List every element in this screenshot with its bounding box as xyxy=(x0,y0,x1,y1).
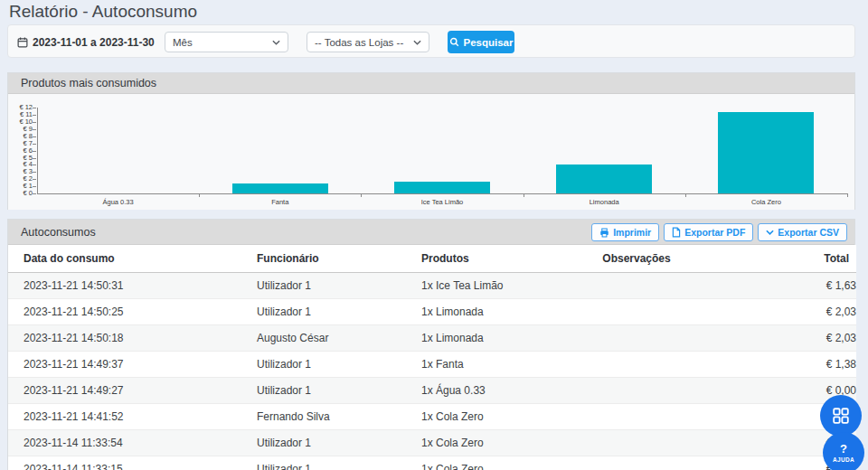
employee-cell: Utilizador 1 xyxy=(241,378,406,404)
chevron-down-icon xyxy=(272,40,280,45)
x-axis-category-label: Ice Tea Limão xyxy=(361,198,523,206)
consumptions-panel-header: Autoconsumos Imprimir Exportar PDF xyxy=(8,220,854,245)
observations-cell xyxy=(561,352,712,378)
y-axis-tick-label: € 3 xyxy=(9,168,33,175)
y-axis-tick-label: € 10 xyxy=(9,118,33,126)
y-axis-tick-label: € 9 xyxy=(9,126,33,133)
export-csv-button[interactable]: Exportar CSV xyxy=(758,223,847,241)
total-cell: € 2,03 xyxy=(712,299,856,325)
y-axis-tick xyxy=(33,136,36,137)
search-button[interactable]: Pesquisar xyxy=(448,31,514,53)
observations-cell xyxy=(561,378,712,404)
table-row[interactable]: 2023-11-21 14:50:25 Utilizador 1 1x Limo… xyxy=(8,299,856,325)
table-row[interactable]: 2023-11-21 14:41:52 Fernando Silva 1x Co… xyxy=(8,404,856,430)
bar-Fanta xyxy=(232,183,328,193)
chart-body: € 0€ 1€ 2€ 3€ 4€ 5€ 6€ 7€ 8€ 9€ 10€ 11€ … xyxy=(8,94,854,210)
print-button-label: Imprimir xyxy=(613,224,651,240)
y-axis-line xyxy=(37,108,38,193)
x-axis-tick xyxy=(524,193,524,197)
date-cell: 2023-11-21 14:50:31 xyxy=(8,273,241,299)
date-cell: 2023-11-21 14:41:52 xyxy=(8,404,241,430)
x-axis-category-label: Cola Zero xyxy=(685,198,847,206)
employee-cell: Utilizador 1 xyxy=(241,456,406,470)
observations-cell xyxy=(561,273,712,299)
col-header-products: Produtos xyxy=(406,245,561,273)
store-select-value: -- Todas as Lojas -- xyxy=(315,37,403,48)
y-axis-tick-label: € 4 xyxy=(9,161,33,168)
apps-button[interactable] xyxy=(820,395,862,437)
products-cell: 1x Ice Tea Limão xyxy=(406,273,561,299)
export-pdf-button[interactable]: Exportar PDF xyxy=(664,223,753,241)
y-axis-tick-label: € 6 xyxy=(9,147,33,155)
x-axis-tick xyxy=(685,193,686,197)
products-cell: 1x Cola Zero xyxy=(406,404,561,430)
col-header-employee: Funcionário xyxy=(241,245,406,273)
question-icon: ? xyxy=(840,443,847,455)
date-cell: 2023-11-14 11:33:15 xyxy=(8,456,241,470)
period-select-value: Mês xyxy=(173,37,193,48)
employee-cell: Augusto César xyxy=(241,325,406,352)
y-axis-tick xyxy=(33,144,36,145)
table-row[interactable]: 2023-11-21 14:50:18 Augusto César 1x Lim… xyxy=(8,325,856,352)
employee-cell: Utilizador 1 xyxy=(241,273,406,299)
y-axis-tick-label: € 12 xyxy=(9,104,33,111)
products-cell: 1x Água 0.33 xyxy=(406,378,561,404)
bar-Limonada xyxy=(556,164,652,193)
y-axis-tick xyxy=(33,108,36,108)
chart-panel-title: Produtos mais consumidos xyxy=(21,77,156,89)
products-cell: 1x Cola Zero xyxy=(406,430,561,456)
page-title: Relatório - Autoconsumo xyxy=(9,2,197,22)
observations-cell xyxy=(561,299,712,325)
table-row[interactable]: 2023-11-21 14:49:37 Utilizador 1 1x Fant… xyxy=(8,352,856,378)
period-select[interactable]: Mês xyxy=(165,32,288,52)
col-header-date: Data do consumo xyxy=(8,245,241,273)
y-axis-tick-label: € 0 xyxy=(9,190,33,197)
table-row[interactable]: 2023-11-21 14:49:27 Utilizador 1 1x Água… xyxy=(8,378,856,404)
y-axis-tick xyxy=(33,129,36,130)
date-range-label: 2023-11-01 a 2023-11-30 xyxy=(33,36,155,49)
y-axis-tick xyxy=(33,158,36,159)
table-row[interactable]: 2023-11-21 14:50:31 Utilizador 1 1x Ice … xyxy=(8,273,856,299)
chart-panel: Produtos mais consumidos € 0€ 1€ 2€ 3€ 4… xyxy=(7,72,855,210)
consumptions-panel: Autoconsumos Imprimir Exportar PDF xyxy=(7,219,855,470)
report-page: Relatório - Autoconsumo 2023-11-01 a 202… xyxy=(0,0,868,470)
y-axis-tick-label: € 11 xyxy=(9,111,33,118)
consumptions-panel-title: Autoconsumos xyxy=(21,226,96,239)
observations-cell xyxy=(561,456,712,470)
table-row[interactable]: 2023-11-14 11:33:54 Utilizador 1 1x Cola… xyxy=(8,430,856,456)
print-button[interactable]: Imprimir xyxy=(591,223,659,241)
date-cell: 2023-11-21 14:50:18 xyxy=(8,325,241,352)
col-header-observations: Observações xyxy=(561,245,712,273)
file-pdf-icon xyxy=(672,227,681,238)
total-cell: € 1,38 xyxy=(712,352,856,378)
table-row[interactable]: 2023-11-14 11:33:15 Utilizador 1 1x Cola… xyxy=(8,456,856,470)
bar-Cola Zero xyxy=(718,112,814,193)
y-axis-tick xyxy=(33,186,36,187)
col-header-total: Total xyxy=(712,245,856,273)
observations-cell xyxy=(561,404,712,430)
y-axis-tick-label: € 1 xyxy=(9,183,33,190)
products-cell: 1x Limonada xyxy=(406,299,561,325)
x-axis-category-label: Água 0.33 xyxy=(37,198,199,206)
store-select[interactable]: -- Todas as Lojas -- xyxy=(307,32,429,52)
x-axis-tick xyxy=(199,193,200,197)
y-axis-tick xyxy=(33,115,36,116)
date-range-picker[interactable]: 2023-11-01 a 2023-11-30 xyxy=(17,33,155,52)
consumptions-table: Data do consumo Funcionário Produtos Obs… xyxy=(8,245,856,470)
chevron-down-icon xyxy=(766,230,774,235)
search-button-label: Pesquisar xyxy=(464,37,514,48)
export-pdf-button-label: Exportar PDF xyxy=(684,224,745,240)
chevron-down-icon xyxy=(413,40,421,45)
x-axis-line xyxy=(37,193,847,194)
help-button[interactable]: ? AJUDA xyxy=(823,432,864,470)
apps-grid-icon xyxy=(831,406,851,426)
bar-Ice Tea Limão xyxy=(394,182,490,193)
y-axis-tick-label: € 8 xyxy=(9,133,33,140)
x-axis-category-label: Limonada xyxy=(524,198,685,206)
y-axis-tick xyxy=(33,151,36,152)
date-cell: 2023-11-21 14:49:37 xyxy=(8,352,241,378)
employee-cell: Utilizador 1 xyxy=(241,430,406,456)
y-axis-tick-label: € 2 xyxy=(9,175,33,183)
x-axis-category-label: Fanta xyxy=(199,198,361,206)
y-axis-tick xyxy=(33,172,36,173)
